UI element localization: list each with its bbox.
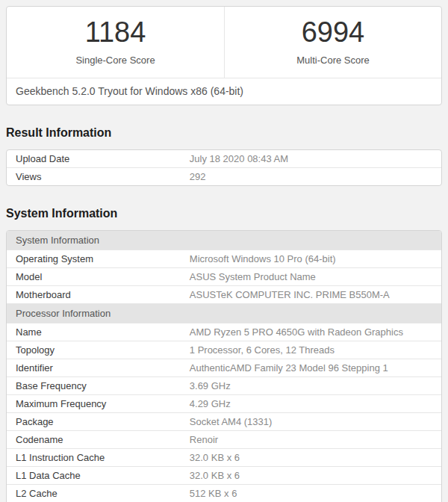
- row-label: L1 Data Cache: [7, 467, 181, 484]
- table-row: Upload Date July 18 2020 08:43 AM: [7, 150, 441, 167]
- table-row: Motherboard ASUSTeK COMPUTER INC. PRIME …: [7, 285, 441, 303]
- row-label: Package: [7, 413, 181, 430]
- table-row: Package Socket AM4 (1331): [7, 412, 441, 430]
- system-information-table: System Information Operating System Micr…: [6, 230, 442, 502]
- row-value: AuthenticAMD Family 23 Model 96 Stepping…: [181, 359, 441, 376]
- score-card: 1184 Single-Core Score 6994 Multi-Core S…: [6, 6, 442, 105]
- row-label: Motherboard: [7, 286, 181, 303]
- multi-core-score-value: 6994: [225, 16, 441, 48]
- row-label: Base Frequency: [7, 377, 181, 394]
- processor-information-subheader: Processor Information: [7, 303, 441, 323]
- row-label: L2 Cache: [7, 485, 181, 502]
- table-row: L1 Data Cache 32.0 KB x 6: [7, 466, 441, 484]
- row-value: July 18 2020 08:43 AM: [181, 150, 441, 167]
- row-label: Model: [7, 268, 181, 285]
- subheader-label: System Information: [7, 231, 441, 250]
- table-row: Base Frequency 3.69 GHz: [7, 376, 441, 394]
- row-label: Topology: [7, 341, 181, 359]
- table-row: Codename Renoir: [7, 430, 441, 448]
- table-row: Topology 1 Processor, 6 Cores, 12 Thread…: [7, 341, 441, 359]
- single-core-score-label: Single-Core Score: [7, 55, 224, 66]
- geekbench-result-page: 1184 Single-Core Score 6994 Multi-Core S…: [0, 0, 448, 502]
- row-value: Microsoft Windows 10 Pro (64-bit): [181, 250, 441, 267]
- row-value: 32.0 KB x 6: [181, 467, 441, 484]
- table-row: L1 Instruction Cache 32.0 KB x 6: [7, 448, 441, 466]
- system-information-heading: System Information: [6, 206, 442, 221]
- multi-core-score-label: Multi-Core Score: [225, 55, 441, 66]
- benchmark-version-text: Geekbench 5.2.0 Tryout for Windows x86 (…: [7, 78, 441, 105]
- single-core-score-cell: 1184 Single-Core Score: [7, 7, 224, 78]
- result-information-heading: Result Information: [6, 126, 442, 140]
- table-row: Operating System Microsoft Windows 10 Pr…: [7, 250, 441, 267]
- row-label: Name: [7, 323, 181, 341]
- table-row: L2 Cache 512 KB x 6: [7, 484, 441, 502]
- table-row: Name AMD Ryzen 5 PRO 4650G with Radeon G…: [7, 323, 441, 341]
- row-value: 292: [181, 168, 441, 185]
- table-row: Identifier AuthenticAMD Family 23 Model …: [7, 359, 441, 376]
- row-label: Codename: [7, 431, 181, 448]
- result-information-table: Upload Date July 18 2020 08:43 AM Views …: [6, 149, 442, 186]
- multi-core-score-cell: 6994 Multi-Core Score: [224, 7, 441, 78]
- row-value: ASUS System Product Name: [181, 268, 441, 285]
- row-label: L1 Instruction Cache: [7, 449, 181, 466]
- row-label: Identifier: [7, 359, 181, 376]
- row-value: 3.69 GHz: [181, 377, 441, 394]
- single-core-score-value: 1184: [7, 16, 224, 48]
- row-value: ASUSTeK COMPUTER INC. PRIME B550M-A: [181, 286, 441, 303]
- table-row: Views 292: [7, 167, 441, 185]
- row-value: 512 KB x 6: [181, 485, 441, 502]
- system-information-subheader: System Information: [7, 231, 441, 250]
- row-label: Operating System: [7, 250, 181, 267]
- table-row: Model ASUS System Product Name: [7, 267, 441, 285]
- row-value: Renoir: [181, 431, 441, 448]
- table-row: Maximum Frequency 4.29 GHz: [7, 394, 441, 412]
- row-value: Socket AM4 (1331): [181, 413, 441, 430]
- row-value: 4.29 GHz: [181, 395, 441, 412]
- subheader-label: Processor Information: [7, 304, 441, 323]
- row-label: Maximum Frequency: [7, 395, 181, 412]
- row-label: Views: [7, 168, 181, 185]
- row-value: 32.0 KB x 6: [181, 449, 441, 466]
- row-value: 1 Processor, 6 Cores, 12 Threads: [181, 341, 441, 359]
- score-row: 1184 Single-Core Score 6994 Multi-Core S…: [7, 7, 441, 78]
- row-label: Upload Date: [7, 150, 181, 167]
- row-value: AMD Ryzen 5 PRO 4650G with Radeon Graphi…: [181, 323, 441, 341]
